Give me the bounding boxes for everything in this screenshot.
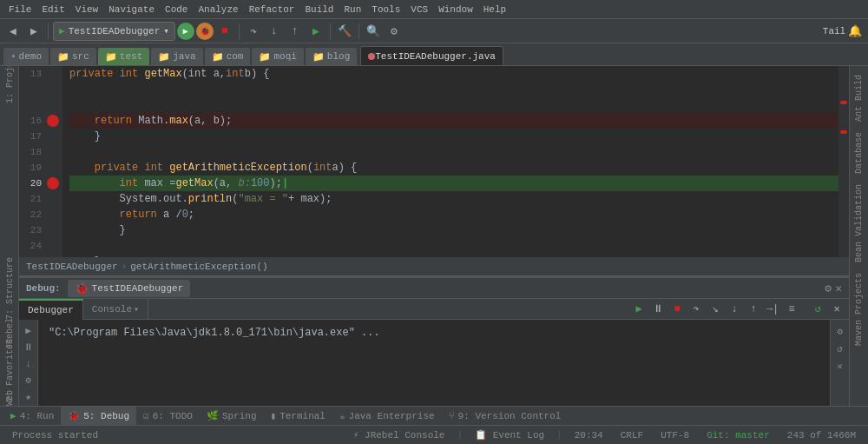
project-icon[interactable]: 1: Project: [2, 70, 17, 85]
menu-refactor[interactable]: Refactor: [244, 3, 300, 17]
menu-file[interactable]: File: [3, 3, 36, 17]
step-into-btn[interactable]: ↓: [265, 22, 284, 41]
file-tab-main[interactable]: TestIDEADebugger.java: [360, 46, 503, 65]
structure-icon[interactable]: 7: Structure: [2, 281, 17, 296]
rerun-btn[interactable]: ↺: [809, 301, 826, 318]
code-line-20: int max = getMax(a, b: 100);|: [69, 176, 838, 191]
breakpoint-16[interactable]: [47, 115, 59, 127]
breakpoint-20[interactable]: [47, 177, 59, 189]
jrebel-status[interactable]: ⚡ JRebel Console: [348, 429, 450, 441]
menu-code[interactable]: Code: [160, 3, 193, 17]
debug-config-tab[interactable]: 🐞 TestIDEADebugger: [68, 280, 191, 297]
breadcrumb-method[interactable]: getArithmeticException(): [130, 262, 267, 272]
evaluate-expr-btn[interactable]: ≡: [783, 301, 800, 318]
run-bottom-tab[interactable]: ▶ 4: Run: [3, 407, 61, 426]
nav-tab-demo[interactable]: ▪demo: [3, 48, 49, 65]
search-btn[interactable]: 🔍: [364, 22, 383, 41]
git-status[interactable]: Git: master: [701, 430, 775, 441]
web-icon[interactable]: Web: [2, 390, 17, 406]
menu-analyze[interactable]: Analyze: [193, 3, 243, 17]
bean-validation-tab[interactable]: Bean Validation: [852, 179, 865, 268]
version-control-bottom-tab[interactable]: ⑂ 9: Version Control: [442, 407, 569, 426]
charset-status: UTF-8: [655, 430, 694, 441]
step-out-btn[interactable]: ↑: [286, 22, 305, 41]
com-icon: 📁: [212, 51, 224, 63]
terminal-tab-label: Terminal: [279, 411, 326, 421]
close-icon[interactable]: ✕: [835, 282, 842, 295]
step-over-debug-btn[interactable]: ↷: [687, 301, 705, 318]
debug-icon-3[interactable]: ↓: [21, 356, 36, 371]
resume-debug-btn[interactable]: ▶: [630, 301, 648, 318]
menu-tools[interactable]: Tools: [366, 3, 405, 17]
nav-tab-java[interactable]: 📁java: [151, 48, 202, 65]
debug-right-icon-1[interactable]: ⚙: [832, 323, 848, 339]
back-btn[interactable]: ◀: [3, 22, 23, 41]
ln-25: 25: [30, 254, 42, 257]
menu-vcs[interactable]: VCS: [405, 3, 433, 17]
blog-icon: 📁: [312, 51, 325, 63]
gutter-15: [47, 97, 62, 113]
file-modified-dot: [368, 53, 375, 60]
menu-view[interactable]: View: [70, 3, 103, 17]
close-debug-btn[interactable]: ✕: [828, 301, 845, 318]
notifications-btn[interactable]: 🔔: [845, 22, 865, 41]
nav-tab-blog[interactable]: 📁blog: [306, 48, 357, 65]
pause-debug-btn[interactable]: ⏸: [649, 301, 667, 318]
debug-icon-1[interactable]: ▶: [21, 323, 36, 338]
menu-navigate[interactable]: Navigate: [103, 3, 160, 17]
sep1: [48, 23, 49, 39]
menu-edit[interactable]: Edit: [36, 3, 69, 17]
java-enterprise-bottom-tab[interactable]: ☕ Java Enterprise: [332, 407, 442, 426]
nav-tab-moqi[interactable]: 📁moqi: [252, 48, 303, 65]
ln-20: 20: [30, 176, 42, 191]
force-step-into-btn[interactable]: ↓: [726, 301, 743, 318]
maven-projects-tab[interactable]: Maven Projects: [852, 268, 865, 351]
resume-btn[interactable]: ▶: [306, 22, 326, 41]
debug-icon-4[interactable]: ⚙: [21, 373, 36, 388]
debugger-tab[interactable]: Debugger: [19, 299, 83, 320]
spring-bottom-tab[interactable]: 🌿 Spring: [200, 407, 264, 426]
ant-build-tab[interactable]: Ant Build: [852, 70, 865, 127]
minimap-scroll[interactable]: [838, 66, 849, 257]
step-out-debug-btn[interactable]: ↑: [745, 301, 762, 318]
event-log-status[interactable]: 📋 Event Log: [470, 429, 549, 441]
breadcrumb-sep: ›: [122, 262, 128, 272]
build-btn[interactable]: 🔨: [335, 22, 354, 41]
menu-help[interactable]: Help: [478, 3, 511, 17]
nav-tab-src[interactable]: 📁src: [50, 48, 96, 65]
run-button[interactable]: ▶: [177, 23, 194, 40]
code-content[interactable]: private int getMax(int a, int b) { retur…: [62, 66, 838, 257]
process-status: Process started: [7, 430, 103, 441]
debug-right-icon-3[interactable]: ✕: [832, 358, 848, 374]
menu-build[interactable]: Build: [299, 3, 339, 17]
tail-btn[interactable]: Tail: [825, 22, 844, 41]
step-into-debug-btn[interactable]: ↘: [707, 301, 724, 318]
forward-btn[interactable]: ▶: [24, 22, 43, 41]
debug-icon-5[interactable]: ★: [21, 389, 36, 404]
stop-debug-btn[interactable]: ■: [668, 301, 686, 318]
debug-bottom-tab[interactable]: 🐞 5: Debug: [61, 407, 136, 426]
database-tab[interactable]: Database: [852, 127, 865, 179]
code-line-23: }: [69, 222, 838, 238]
vc-tab-label: 9: Version Control: [458, 411, 562, 421]
nav-tab-test[interactable]: 📁test: [98, 48, 149, 65]
settings-btn[interactable]: ⚙: [385, 22, 404, 41]
breadcrumb-nav: TestIDEADebugger › getArithmeticExceptio…: [19, 257, 849, 276]
console-tab[interactable]: Console ▾: [83, 299, 148, 320]
step-over-btn[interactable]: ↷: [244, 22, 263, 41]
terminal-bottom-tab[interactable]: ▮ Terminal: [264, 407, 332, 426]
todo-bottom-tab[interactable]: ☑ 6: TODO: [136, 407, 200, 426]
settings-icon[interactable]: ⚙: [825, 282, 832, 295]
run-to-cursor-btn[interactable]: →|: [764, 301, 781, 318]
nav-tab-com[interactable]: 📁com: [205, 48, 251, 65]
favorites-icon[interactable]: 2: Favorites: [2, 362, 17, 378]
stop-btn[interactable]: ■: [215, 22, 234, 41]
menu-run[interactable]: Run: [339, 3, 366, 17]
console-dropdown[interactable]: ▾: [134, 304, 139, 315]
menu-window[interactable]: Window: [433, 3, 478, 17]
debug-icon-2[interactable]: ⏸: [21, 340, 36, 355]
run-config-dropdown[interactable]: ▶ TestIDEADebugger ▾: [53, 22, 175, 41]
debug-button[interactable]: 🐞: [196, 23, 214, 40]
debug-right-icon-2[interactable]: ↺: [832, 341, 848, 356]
breadcrumb-class[interactable]: TestIDEADebugger: [26, 262, 118, 272]
